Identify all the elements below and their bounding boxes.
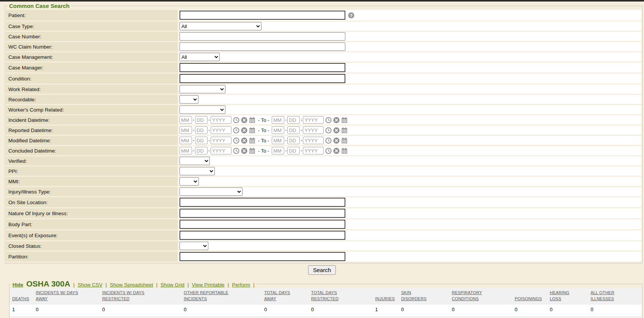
clock-icon[interactable]	[233, 117, 239, 123]
modified-datetime-from-month-input[interactable]	[180, 137, 192, 144]
calendar-icon[interactable]	[249, 137, 255, 144]
event-s-of-exposure-input[interactable]	[180, 231, 345, 240]
column-header-respiratory-conditions[interactable]: RESPIRATORYCONDITIONS	[450, 288, 513, 304]
column-header-injuries[interactable]: INJURIES	[373, 288, 399, 304]
column-header-incidents-w-days-restricted[interactable]: INCIDENTS W/ DAYSRESTRICTED	[100, 288, 181, 304]
hide-link[interactable]: Hide	[13, 282, 23, 288]
results-title: OSHA 300A	[26, 279, 70, 288]
on-site-location-input[interactable]	[180, 198, 345, 207]
column-header-incidents-w-days-away[interactable]: INCIDENTS W/ DAYSAWAY	[33, 288, 100, 304]
concluded-datetime-to-month-input[interactable]	[272, 147, 284, 154]
case-manager-input[interactable]	[180, 63, 345, 72]
clock-icon[interactable]	[325, 117, 332, 123]
condition-input[interactable]	[180, 74, 345, 83]
verified-select[interactable]	[180, 157, 210, 165]
incident-datetime-from-month-input[interactable]	[180, 116, 192, 124]
work-related-select[interactable]	[180, 85, 225, 93]
concluded-datetime-to-year-input[interactable]	[303, 147, 324, 154]
clock-icon[interactable]	[233, 137, 239, 144]
column-header-skin-disorders[interactable]: SKINDISORDERS	[399, 288, 450, 304]
clock-icon[interactable]	[233, 148, 239, 154]
field-label-modified-datetime: Modified Datetime:	[6, 136, 178, 145]
clear-icon[interactable]	[241, 137, 247, 144]
reported-datetime-from-year-input[interactable]	[211, 126, 231, 134]
clear-icon[interactable]	[333, 117, 340, 123]
column-header-total-days-away[interactable]: TOTAL DAYSAWAY	[262, 288, 309, 304]
clock-icon[interactable]	[233, 127, 239, 134]
clock-icon[interactable]	[325, 137, 332, 144]
toolbar-link-view-printable[interactable]: View Printable	[192, 282, 225, 288]
concluded-datetime-from-day-input[interactable]	[195, 147, 208, 154]
clock-icon[interactable]	[325, 127, 332, 134]
closed-status-select[interactable]	[180, 242, 208, 250]
column-header-hearing-loss[interactable]: HEARINGLOSS	[548, 288, 589, 304]
column-header-other-reportable-incidents[interactable]: OTHER REPORTABLEINCIDENTS	[181, 288, 262, 304]
modified-datetime-from-day-input[interactable]	[195, 137, 208, 144]
incident-datetime-to-month-input[interactable]	[272, 116, 284, 124]
reported-datetime-to-year-input[interactable]	[303, 126, 324, 134]
modified-datetime-to-year-input[interactable]	[303, 137, 324, 144]
worker-s-comp-related-select[interactable]	[180, 105, 225, 114]
search-button[interactable]: Search	[308, 265, 336, 275]
top-edge-bar	[0, 0, 644, 2]
concluded-datetime-from-year-input[interactable]	[211, 147, 231, 154]
calendar-icon[interactable]	[341, 148, 348, 154]
field-value-nature-of-injury-or-illness	[179, 208, 641, 218]
calendar-icon[interactable]	[341, 127, 348, 134]
mmi-select[interactable]	[180, 177, 199, 186]
toolbar-link-show-csv[interactable]: Show CSV	[78, 282, 102, 288]
incident-datetime-to-year-input[interactable]	[303, 116, 324, 124]
reported-datetime-to-date-group: --	[272, 126, 348, 134]
case-management-select[interactable]: All	[180, 53, 220, 61]
toolbar-link-show-spreadsheet[interactable]: Show Spreadsheet	[110, 282, 153, 288]
concluded-datetime-to-day-input[interactable]	[287, 147, 300, 154]
column-header-all-other-illnesses[interactable]: ALL OTHERILLNESSES	[588, 288, 642, 304]
field-label-case-number: Case Number:	[6, 32, 178, 41]
table-cell-total-days-away: 0	[262, 304, 309, 316]
modified-datetime-from-year-input[interactable]	[211, 137, 231, 144]
incident-datetime-to-day-input[interactable]	[287, 116, 300, 124]
field-value-worker-s-comp-related	[179, 105, 641, 114]
calendar-icon[interactable]	[341, 117, 348, 123]
calendar-icon[interactable]	[249, 117, 255, 123]
clear-icon[interactable]	[333, 148, 340, 154]
column-header-deaths[interactable]: DEATHS	[10, 288, 33, 304]
reported-datetime-to-month-input[interactable]	[272, 126, 284, 134]
calendar-icon[interactable]	[341, 137, 348, 144]
partition-input[interactable]	[180, 252, 345, 261]
ppi-select[interactable]	[180, 167, 215, 175]
calendar-icon[interactable]	[249, 148, 255, 154]
clear-icon[interactable]	[333, 137, 340, 144]
column-header-total-days-restricted[interactable]: TOTAL DAYSRESTRICTED	[309, 288, 373, 304]
clear-icon[interactable]	[241, 127, 247, 134]
incident-datetime-from-day-input[interactable]	[195, 116, 208, 124]
patient-input[interactable]	[180, 11, 345, 20]
reported-datetime-from-month-input[interactable]	[180, 126, 192, 134]
injury-illness-type-select[interactable]	[180, 187, 242, 196]
clear-icon[interactable]	[333, 127, 340, 134]
reported-datetime-from-day-input[interactable]	[195, 126, 208, 134]
table-cell-poisonings: 0	[512, 304, 547, 316]
toolbar-separator: |	[73, 282, 75, 288]
incident-datetime-from-year-input[interactable]	[211, 116, 231, 124]
wc-claim-number-input[interactable]	[180, 43, 345, 51]
clock-icon[interactable]	[325, 148, 332, 154]
calendar-icon[interactable]	[249, 127, 255, 134]
recordable-select[interactable]	[180, 95, 198, 104]
concluded-datetime-from-month-input[interactable]	[180, 147, 192, 154]
field-value-incident-datetime: --- To ---	[179, 115, 641, 124]
case-type-select[interactable]: All	[180, 22, 261, 30]
toolbar-link-perform[interactable]: Perform	[232, 282, 250, 288]
reported-datetime-to-day-input[interactable]	[287, 126, 300, 134]
help-icon[interactable]: ?	[348, 12, 354, 19]
case-number-input[interactable]	[180, 32, 345, 41]
clear-icon[interactable]	[241, 117, 247, 123]
modified-datetime-to-month-input[interactable]	[272, 137, 284, 144]
body-part-input[interactable]	[180, 220, 345, 229]
column-header-poisonings[interactable]: POISONINGS	[512, 288, 547, 304]
field-label-worker-s-comp-related: Worker's Comp Related:	[6, 105, 178, 114]
nature-of-injury-or-illness-input[interactable]	[180, 209, 345, 218]
toolbar-link-show-grid[interactable]: Show Grid	[161, 282, 184, 288]
clear-icon[interactable]	[241, 148, 247, 154]
modified-datetime-to-day-input[interactable]	[287, 137, 300, 144]
